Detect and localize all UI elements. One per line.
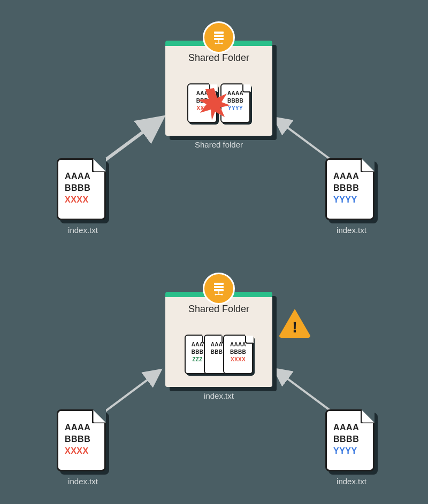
- warning-icon: !: [278, 308, 311, 338]
- svg-line-3: [276, 119, 332, 160]
- doc-label: index.txt: [57, 226, 109, 235]
- server-badge: [203, 21, 235, 53]
- folder-title: Shared Folder: [165, 304, 272, 315]
- scene-conflict-top: Shared Folder AAA BBB XXX AAAA BBBB YYYY: [0, 0, 428, 251]
- doc-label: index.txt: [57, 477, 109, 486]
- svg-text:!: !: [292, 318, 297, 336]
- arrow-left-icon: [100, 112, 169, 166]
- svg-point-10: [215, 43, 217, 44]
- folder-caption: index.txt: [165, 391, 272, 400]
- doc-label: index.txt: [325, 226, 378, 235]
- svg-line-2: [105, 120, 159, 160]
- svg-rect-16: [214, 289, 224, 291]
- scene-conflict-bottom: Shared Folder AAA BBB ZZZ AAA BBB: [0, 251, 428, 504]
- folder-title: Shared Folder: [165, 52, 272, 64]
- svg-rect-14: [214, 283, 224, 285]
- shared-folder-box: Shared Folder AAA BBB ZZZ AAA BBB: [165, 292, 272, 387]
- svg-line-12: [105, 371, 159, 412]
- doc-left: AAAA BBBB XXXX index.txt: [57, 409, 106, 471]
- server-icon: [203, 21, 235, 53]
- doc-label: index.txt: [325, 477, 378, 486]
- doc-left: AAAA BBBB XXXX index.txt: [57, 158, 106, 220]
- collision-star-icon: [198, 88, 230, 120]
- mini-docs-row: AAA BBB ZZZ AAA BBB AAAA: [171, 335, 267, 381]
- svg-line-13: [276, 370, 332, 412]
- svg-rect-6: [214, 35, 224, 37]
- server-badge: [203, 273, 235, 305]
- mini-doc: AAAA BBBB XXXX: [223, 335, 253, 381]
- folder-caption: Shared folder: [165, 140, 272, 149]
- arrow-right-icon: [268, 112, 337, 166]
- svg-point-20: [221, 294, 223, 296]
- arrow-left-icon: [100, 363, 169, 417]
- svg-rect-5: [214, 32, 224, 34]
- doc-right: AAAA BBBB YYYY index.txt: [325, 158, 374, 220]
- svg-rect-7: [214, 38, 224, 40]
- svg-rect-15: [214, 286, 224, 288]
- svg-point-11: [221, 43, 223, 44]
- svg-marker-4: [198, 88, 230, 120]
- server-icon: [203, 273, 235, 305]
- doc-right: AAAA BBBB YYYY index.txt: [325, 409, 374, 471]
- arrow-right-icon: [268, 363, 337, 417]
- svg-point-19: [215, 294, 217, 296]
